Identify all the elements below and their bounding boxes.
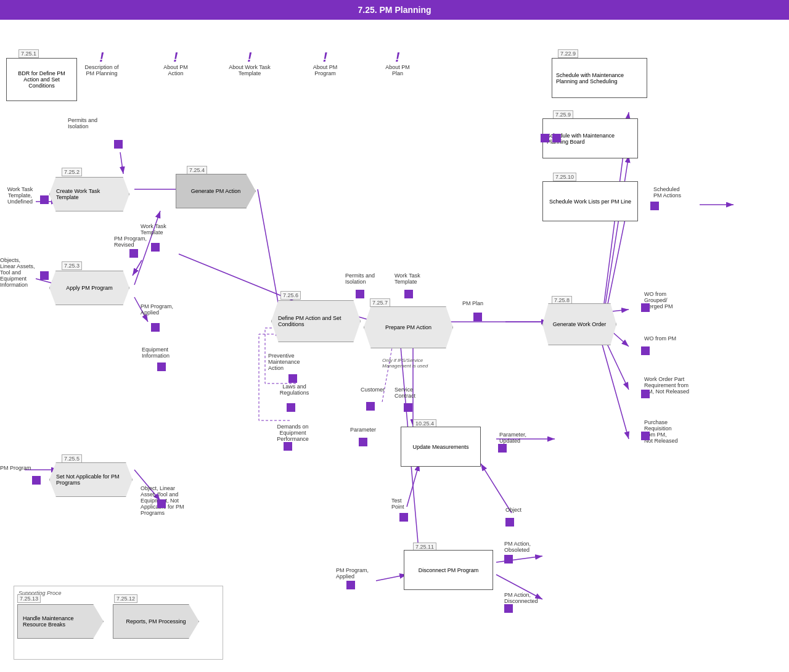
- sq-pm-applied-top: [151, 323, 160, 332]
- node-prepare-pm[interactable]: Prepare PM Action: [364, 306, 453, 348]
- n6-num-label: 7.25.7: [370, 298, 390, 307]
- svg-line-20: [481, 464, 512, 513]
- top-icons-row: ! Description of PM Planning ! About PM …: [80, 51, 416, 76]
- equip-info-label: EquipmentInformation: [142, 346, 170, 359]
- n1-num-label: 7.25.2: [62, 168, 82, 176]
- permits-label-mid: Permits andIsolation: [345, 272, 375, 285]
- bdr-node[interactable]: BDR for Define PM Action and Set Conditi…: [6, 58, 77, 101]
- node-set-na[interactable]: Set Not Applicable for PM Programs: [49, 462, 133, 497]
- apply-pm-text: Apply PM Program: [66, 285, 113, 291]
- svg-line-14: [604, 155, 629, 313]
- sq-sched-pm: [650, 202, 659, 210]
- sq-customer: [366, 402, 375, 411]
- sq-wo-pm: [641, 346, 650, 355]
- sq-demands: [284, 442, 292, 451]
- node-sched-wl[interactable]: Schedule Work Lists per PM Line: [542, 181, 638, 221]
- icon-about-program[interactable]: ! About PM Program: [305, 51, 345, 76]
- svg-line-23: [496, 556, 542, 562]
- sq-pm-applied-bot: [346, 581, 355, 589]
- sq-objects: [40, 271, 49, 280]
- sq-param-updated: [498, 444, 507, 453]
- customer-label: Customer: [361, 387, 385, 393]
- n4-num-label: 7.25.5: [62, 454, 82, 463]
- wtt-label-mid: Work TaskTemplate: [394, 272, 420, 285]
- prepare-pm-text: Prepare PM Action: [385, 324, 431, 330]
- wtt-undefined-label: Work TaskTemplate,Undefined: [0, 186, 40, 205]
- purch-req-label: PurchaseRequisitionfrom PM,Not Released: [644, 419, 718, 444]
- icon-wtt-label: About Work Task Template: [228, 64, 271, 76]
- exclaim-icon-4: !: [305, 51, 345, 64]
- service-contract-label: ServiceContract: [394, 387, 415, 399]
- sched-pm-actions-label: ScheduledPM Actions: [653, 186, 681, 199]
- sq-service-contract: [404, 403, 412, 412]
- sq-wtt-undef: [40, 195, 49, 204]
- sq-permits-top: [114, 140, 123, 149]
- svg-line-9: [258, 189, 280, 316]
- exclaim-icon-1: !: [80, 51, 123, 64]
- node-gen-wo[interactable]: Generate Work Order: [542, 303, 616, 345]
- define-pm-text: Define PM Action and Set Conditions: [278, 315, 354, 327]
- icon-about-action[interactable]: ! About PM Action: [157, 51, 194, 76]
- diagram-area: ! Description of PM Planning ! About PM …: [0, 20, 789, 667]
- sq-obj-not-appl: [157, 499, 166, 508]
- sq-pm-act-disconn: [504, 604, 513, 613]
- pm-program-input-label: PM Program: [0, 465, 31, 471]
- node-gen-pm[interactable]: Generate PM Action: [176, 174, 256, 208]
- bdr-num-label: 7.25.1: [18, 49, 39, 58]
- obj-not-appl-label: Object, LinearAsset, Tool andEquipment, …: [141, 485, 221, 516]
- sq-equip-info: [157, 363, 166, 371]
- pm-plan-label: PM Plan: [462, 300, 483, 306]
- exclaim-icon-5: !: [379, 51, 416, 64]
- svg-line-33: [133, 260, 142, 276]
- node-reports-pm[interactable]: Reports, PM Processing: [113, 604, 199, 639]
- sq-sched-board1: [541, 134, 549, 142]
- pm-act-disconn-label: PM Action,Disconnected: [504, 592, 538, 604]
- wo-pm-label: WO from PM: [644, 335, 676, 342]
- sq-wo-part-req: [641, 390, 650, 398]
- node-update-meas[interactable]: Update Measurements: [401, 427, 481, 467]
- gen-pm-text: Generate PM Action: [191, 188, 241, 194]
- reports-pm-text: Reports, PM Processing: [126, 618, 186, 625]
- node-define-pm[interactable]: Define PM Action and Set Conditions: [271, 300, 361, 342]
- svg-line-19: [407, 464, 419, 507]
- ifs-label: Only if IFS/ServiceManagement is used: [382, 358, 456, 369]
- param-updated-label: Parameter,Updated: [499, 432, 526, 444]
- icon-about-plan[interactable]: ! About PM Plan: [379, 51, 416, 76]
- icon-description[interactable]: ! Description of PM Planning: [80, 51, 123, 76]
- node-create-wtt[interactable]: Create Work Task Template: [49, 177, 129, 211]
- sq-wtt-mid: [404, 290, 413, 298]
- sq-pm-prog-input: [32, 476, 41, 485]
- sched-wl-text: Schedule Work Lists per PM Line: [549, 199, 631, 205]
- icon-desc-label: Description of PM Planning: [80, 64, 123, 76]
- sq-parameter: [359, 438, 367, 446]
- exclaim-icon-3: !: [228, 51, 271, 64]
- node-handle-maint[interactable]: Handle Maintenance Resource Breaks: [17, 604, 104, 639]
- sq-pm-plan: [473, 313, 482, 321]
- object-label: Object: [505, 507, 521, 513]
- n8-num-label: 7.25.9: [553, 110, 573, 119]
- node-disconnect-pm[interactable]: Disconnect PM Program: [404, 550, 493, 590]
- disconnect-pm-text: Disconnect PM Program: [419, 567, 479, 573]
- sq-permits-mid: [356, 290, 364, 298]
- sq-purch-req: [641, 432, 650, 440]
- n13-num-label: 7.25.13: [17, 594, 41, 603]
- pm-prog-applied-bot-label: PM Program,Applied: [336, 567, 369, 580]
- node-sched-top[interactable]: Schedule with Maintenance Planning and S…: [552, 58, 647, 98]
- icon-about-wtt[interactable]: ! About Work Task Template: [228, 51, 271, 76]
- prev-maint-label: PreventiveMaintenanceAction: [268, 353, 324, 371]
- svg-line-30: [601, 340, 629, 439]
- permits-label-top: Permits andIsolation: [68, 117, 97, 129]
- sq-test-point: [399, 513, 408, 522]
- node-apply-pm[interactable]: Apply PM Program: [49, 271, 129, 305]
- demands-label: Demands onEquipmentPerformance: [262, 424, 324, 442]
- laws-regs-label: Laws andRegulations: [268, 383, 321, 396]
- n9-num-label: 7.25.10: [553, 173, 576, 181]
- sq-wtt-box: [151, 243, 160, 252]
- sq-laws: [287, 403, 295, 412]
- sq-prev-maint: [288, 374, 297, 383]
- svg-line-22: [376, 575, 407, 581]
- header-title: 7.25. PM Planning: [358, 5, 431, 15]
- create-wtt-text: Create Work Task Template: [56, 188, 123, 200]
- update-meas-text: Update Measurements: [412, 444, 468, 450]
- sq-object: [505, 518, 514, 527]
